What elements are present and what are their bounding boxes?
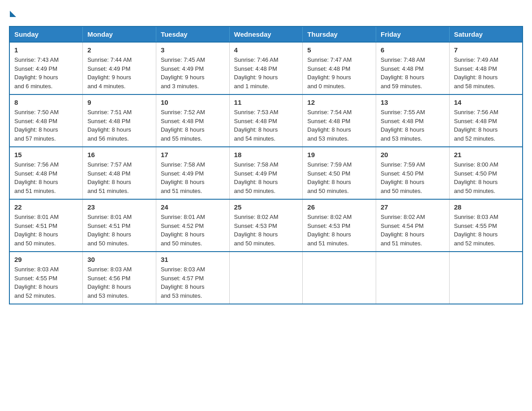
day-info: Sunrise: 7:55 AMSunset: 4:48 PMDaylight:… — [381, 108, 445, 143]
day-info: Sunrise: 7:59 AMSunset: 4:50 PMDaylight:… — [307, 160, 371, 195]
day-number: 25 — [234, 203, 298, 211]
day-info: Sunrise: 7:43 AMSunset: 4:49 PMDaylight:… — [14, 56, 78, 90]
calendar-cell: 18 Sunrise: 7:58 AMSunset: 4:49 PMDaylig… — [229, 147, 303, 199]
day-info: Sunrise: 8:00 AMSunset: 4:50 PMDaylight:… — [454, 160, 518, 195]
calendar-cell: 29 Sunrise: 8:03 AMSunset: 4:55 PMDaylig… — [9, 252, 83, 304]
day-number: 6 — [381, 46, 445, 54]
calendar-cell: 12 Sunrise: 7:54 AMSunset: 4:48 PMDaylig… — [303, 94, 376, 147]
day-number: 23 — [87, 203, 151, 211]
calendar-cell — [376, 252, 450, 304]
day-info: Sunrise: 8:01 AMSunset: 4:51 PMDaylight:… — [14, 213, 78, 248]
day-info: Sunrise: 7:52 AMSunset: 4:48 PMDaylight:… — [161, 108, 225, 143]
day-number: 4 — [234, 46, 298, 54]
day-number: 10 — [161, 98, 225, 106]
calendar-cell: 28 Sunrise: 8:03 AMSunset: 4:55 PMDaylig… — [449, 199, 523, 252]
day-info: Sunrise: 7:50 AMSunset: 4:48 PMDaylight:… — [14, 108, 78, 143]
calendar-cell — [303, 252, 376, 304]
calendar-header-wednesday: Wednesday — [229, 26, 303, 42]
calendar-cell: 10 Sunrise: 7:52 AMSunset: 4:48 PMDaylig… — [156, 94, 229, 147]
calendar-cell: 25 Sunrise: 8:02 AMSunset: 4:53 PMDaylig… — [229, 199, 303, 252]
day-info: Sunrise: 7:58 AMSunset: 4:49 PMDaylight:… — [234, 160, 298, 195]
day-number: 21 — [454, 151, 518, 158]
calendar-table: SundayMondayTuesdayWednesdayThursdayFrid… — [9, 26, 523, 304]
calendar-cell: 31 Sunrise: 8:03 AMSunset: 4:57 PMDaylig… — [156, 252, 229, 304]
day-info: Sunrise: 7:58 AMSunset: 4:49 PMDaylight:… — [161, 160, 225, 195]
calendar-header-row: SundayMondayTuesdayWednesdayThursdayFrid… — [9, 26, 523, 42]
day-info: Sunrise: 7:53 AMSunset: 4:48 PMDaylight:… — [234, 108, 298, 143]
day-number: 17 — [161, 151, 225, 158]
calendar-cell: 30 Sunrise: 8:03 AMSunset: 4:56 PMDaylig… — [83, 252, 156, 304]
calendar-cell: 15 Sunrise: 7:56 AMSunset: 4:48 PMDaylig… — [9, 147, 83, 199]
calendar-header-tuesday: Tuesday — [156, 26, 229, 42]
calendar-week-row: 22 Sunrise: 8:01 AMSunset: 4:51 PMDaylig… — [9, 199, 523, 252]
calendar-cell: 16 Sunrise: 7:57 AMSunset: 4:48 PMDaylig… — [83, 147, 156, 199]
day-info: Sunrise: 7:47 AMSunset: 4:48 PMDaylight:… — [307, 56, 371, 90]
calendar-cell: 26 Sunrise: 8:02 AMSunset: 4:53 PMDaylig… — [303, 199, 376, 252]
calendar-cell: 27 Sunrise: 8:02 AMSunset: 4:54 PMDaylig… — [376, 199, 450, 252]
calendar-week-row: 8 Sunrise: 7:50 AMSunset: 4:48 PMDayligh… — [9, 94, 523, 147]
day-number: 11 — [234, 98, 298, 106]
calendar-cell: 2 Sunrise: 7:44 AMSunset: 4:49 PMDayligh… — [83, 42, 156, 94]
day-info: Sunrise: 8:03 AMSunset: 4:56 PMDaylight:… — [87, 265, 151, 300]
calendar-cell: 7 Sunrise: 7:49 AMSunset: 4:48 PMDayligh… — [449, 42, 523, 94]
calendar-cell: 9 Sunrise: 7:51 AMSunset: 4:48 PMDayligh… — [83, 94, 156, 147]
calendar-cell: 24 Sunrise: 8:01 AMSunset: 4:52 PMDaylig… — [156, 199, 229, 252]
day-info: Sunrise: 7:45 AMSunset: 4:49 PMDaylight:… — [161, 56, 225, 90]
calendar-cell: 14 Sunrise: 7:56 AMSunset: 4:48 PMDaylig… — [449, 94, 523, 147]
calendar-header-saturday: Saturday — [449, 26, 523, 42]
day-number: 24 — [161, 203, 225, 211]
day-info: Sunrise: 8:02 AMSunset: 4:53 PMDaylight:… — [307, 213, 371, 248]
logo — [9, 9, 16, 17]
day-number: 18 — [234, 151, 298, 158]
page-header — [9, 9, 523, 17]
calendar-cell: 22 Sunrise: 8:01 AMSunset: 4:51 PMDaylig… — [9, 199, 83, 252]
day-number: 29 — [14, 256, 78, 263]
day-info: Sunrise: 8:02 AMSunset: 4:53 PMDaylight:… — [234, 213, 298, 248]
calendar-cell — [229, 252, 303, 304]
day-info: Sunrise: 7:56 AMSunset: 4:48 PMDaylight:… — [14, 160, 78, 195]
day-info: Sunrise: 7:54 AMSunset: 4:48 PMDaylight:… — [307, 108, 371, 143]
day-info: Sunrise: 7:56 AMSunset: 4:48 PMDaylight:… — [454, 108, 518, 143]
day-info: Sunrise: 8:01 AMSunset: 4:51 PMDaylight:… — [87, 213, 151, 248]
calendar-cell: 3 Sunrise: 7:45 AMSunset: 4:49 PMDayligh… — [156, 42, 229, 94]
day-number: 3 — [161, 46, 225, 54]
calendar-cell: 23 Sunrise: 8:01 AMSunset: 4:51 PMDaylig… — [83, 199, 156, 252]
logo-arrow-icon — [10, 11, 16, 17]
day-number: 27 — [381, 203, 445, 211]
calendar-cell: 5 Sunrise: 7:47 AMSunset: 4:48 PMDayligh… — [303, 42, 376, 94]
calendar-header-monday: Monday — [83, 26, 156, 42]
day-number: 8 — [14, 98, 78, 106]
day-number: 14 — [454, 98, 518, 106]
day-number: 26 — [307, 203, 371, 211]
day-number: 7 — [454, 46, 518, 54]
day-number: 20 — [381, 151, 445, 158]
day-number: 28 — [454, 203, 518, 211]
day-number: 12 — [307, 98, 371, 106]
day-info: Sunrise: 8:03 AMSunset: 4:57 PMDaylight:… — [161, 265, 225, 300]
calendar-cell: 19 Sunrise: 7:59 AMSunset: 4:50 PMDaylig… — [303, 147, 376, 199]
day-info: Sunrise: 7:49 AMSunset: 4:48 PMDaylight:… — [454, 56, 518, 90]
calendar-cell: 17 Sunrise: 7:58 AMSunset: 4:49 PMDaylig… — [156, 147, 229, 199]
calendar-cell: 11 Sunrise: 7:53 AMSunset: 4:48 PMDaylig… — [229, 94, 303, 147]
calendar-header-thursday: Thursday — [303, 26, 376, 42]
day-number: 9 — [87, 98, 151, 106]
day-info: Sunrise: 8:02 AMSunset: 4:54 PMDaylight:… — [381, 213, 445, 248]
calendar-header-friday: Friday — [376, 26, 450, 42]
calendar-week-row: 29 Sunrise: 8:03 AMSunset: 4:55 PMDaylig… — [9, 252, 523, 304]
day-number: 13 — [381, 98, 445, 106]
day-info: Sunrise: 8:01 AMSunset: 4:52 PMDaylight:… — [161, 213, 225, 248]
day-info: Sunrise: 7:59 AMSunset: 4:50 PMDaylight:… — [381, 160, 445, 195]
day-number: 19 — [307, 151, 371, 158]
day-number: 22 — [14, 203, 78, 211]
day-info: Sunrise: 7:48 AMSunset: 4:48 PMDaylight:… — [381, 56, 445, 90]
calendar-cell: 8 Sunrise: 7:50 AMSunset: 4:48 PMDayligh… — [9, 94, 83, 147]
day-info: Sunrise: 7:57 AMSunset: 4:48 PMDaylight:… — [87, 160, 151, 195]
calendar-cell: 13 Sunrise: 7:55 AMSunset: 4:48 PMDaylig… — [376, 94, 450, 147]
day-number: 2 — [87, 46, 151, 54]
day-number: 5 — [307, 46, 371, 54]
calendar-week-row: 15 Sunrise: 7:56 AMSunset: 4:48 PMDaylig… — [9, 147, 523, 199]
calendar-cell: 21 Sunrise: 8:00 AMSunset: 4:50 PMDaylig… — [449, 147, 523, 199]
day-number: 15 — [14, 151, 78, 158]
day-info: Sunrise: 8:03 AMSunset: 4:55 PMDaylight:… — [14, 265, 78, 300]
calendar-cell: 20 Sunrise: 7:59 AMSunset: 4:50 PMDaylig… — [376, 147, 450, 199]
